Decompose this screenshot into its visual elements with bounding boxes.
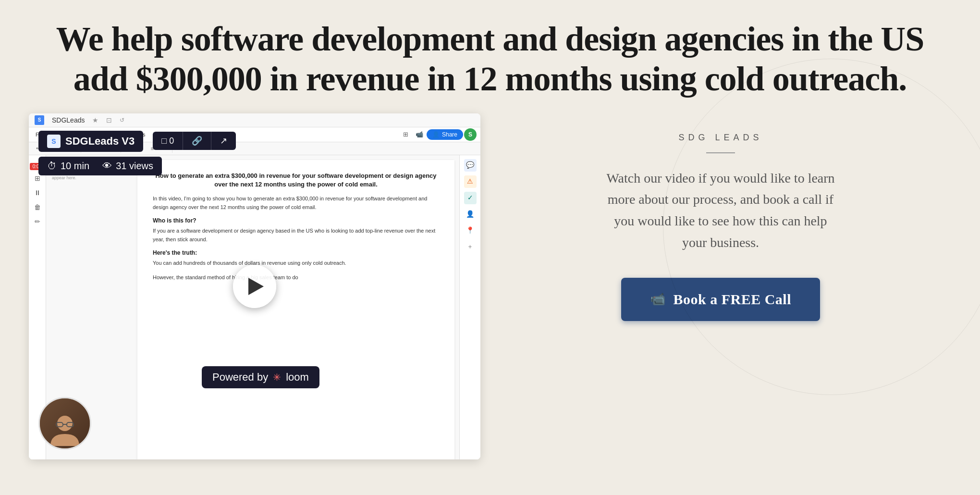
right-panel-desc: Watch our video if you would like to lea… bbox=[605, 168, 836, 254]
comment-history-icon[interactable]: ⊞ bbox=[400, 128, 412, 141]
section2-body: You can add hundreds of thousands of dol… bbox=[153, 259, 439, 268]
gdocs-history-icon: ↺ bbox=[120, 117, 124, 124]
gdocs-toolbar-icons: ⊞ 📹 👤 Share S bbox=[400, 128, 477, 141]
section2-title: Here's the truth: bbox=[153, 249, 439, 256]
gdocs-tabbar: S SDGLeads ★ ⊡ ↺ bbox=[29, 113, 480, 127]
section3-body: However, the standard method of hiring a… bbox=[153, 273, 439, 282]
action-share[interactable]: ↗ bbox=[211, 132, 236, 150]
stats-badge: ⏱ 10 min 👁 31 views bbox=[38, 157, 162, 175]
share-icon: 👤 bbox=[432, 131, 440, 138]
action-link[interactable]: 🔗 bbox=[183, 132, 211, 150]
doc-toolbar-right: 💬 ⚠ ✓ 👤 📍 + bbox=[459, 155, 480, 459]
stats-bar: ⏱ 10 min 👁 31 views bbox=[38, 157, 162, 175]
loom-brand-text: loom bbox=[286, 371, 309, 384]
brand-name: SDG LEADS bbox=[678, 133, 762, 143]
brand-divider bbox=[706, 152, 735, 153]
toolbar-location-icon[interactable]: 📍 bbox=[464, 224, 477, 237]
title-badge-icon: S bbox=[47, 135, 61, 148]
toolbar-check-icon[interactable]: ✓ bbox=[464, 192, 477, 204]
gdocs-star-icon: ★ bbox=[92, 116, 98, 124]
page-wrapper: We help software development and design … bbox=[0, 0, 980, 495]
loom-titlebar: S SDGLeads V3 □ 0 🔗 ↗ bbox=[38, 131, 236, 152]
play-overlay[interactable] bbox=[233, 265, 276, 308]
share-button[interactable]: 👤 Share bbox=[427, 129, 463, 140]
loom-container: S SDGLeads ★ ⊡ ↺ File Edit View Insert F… bbox=[29, 113, 480, 459]
gdocs-move-icon: ⊡ bbox=[106, 116, 112, 124]
doc-intro: In this video, I'm going to show you how… bbox=[153, 195, 439, 211]
clock-icon: ⏱ bbox=[47, 161, 57, 172]
book-call-button[interactable]: 📹 Book a FREE Call bbox=[621, 278, 820, 321]
meet-icon[interactable]: 📹 bbox=[413, 128, 426, 141]
hero-heading: We help software development and design … bbox=[0, 0, 980, 113]
views-value: 31 views bbox=[116, 161, 153, 172]
main-content: S SDGLeads ★ ⊡ ↺ File Edit View Insert F… bbox=[0, 113, 980, 495]
sidebar-icon-pencil[interactable]: ✏ bbox=[32, 216, 43, 228]
toolbar-chat-icon[interactable]: 💬 bbox=[464, 159, 477, 172]
doc-page: How to generate an extra $300,000 in rev… bbox=[137, 160, 454, 459]
play-triangle-icon bbox=[248, 278, 264, 295]
toolbar-warning-icon[interactable]: ⚠ bbox=[464, 175, 477, 188]
sidebar-icon-pause[interactable]: ⏸ bbox=[32, 187, 43, 199]
section1-title: Who is this for? bbox=[153, 217, 439, 224]
toolbar-person-icon[interactable]: 👤 bbox=[464, 208, 477, 221]
video-panel: S SDGLeads ★ ⊡ ↺ File Edit View Insert F… bbox=[29, 113, 490, 459]
powered-by-loom: Powered by ✳ loom bbox=[202, 366, 319, 388]
toolbar-plus-icon[interactable]: + bbox=[464, 241, 477, 253]
book-call-label: Book a FREE Call bbox=[673, 291, 791, 308]
avatar-person bbox=[40, 398, 90, 448]
gdocs-doc-icon: S bbox=[35, 115, 44, 125]
gdocs-filename: SDGLeads bbox=[52, 116, 85, 124]
powered-by-text: Powered by bbox=[212, 371, 268, 384]
share-label: Share bbox=[442, 131, 457, 138]
play-button[interactable] bbox=[233, 265, 276, 308]
right-panel: SDG LEADS Watch our video if you would l… bbox=[490, 113, 951, 340]
time-value: 10 min bbox=[61, 161, 89, 172]
title-badge: S SDGLeads V3 bbox=[38, 131, 143, 152]
user-avatar[interactable]: S bbox=[464, 128, 477, 141]
loom-star-icon: ✳ bbox=[273, 371, 281, 383]
sidebar-icon-delete[interactable]: 🗑 bbox=[32, 202, 43, 213]
action-bar: □ 0 🔗 ↗ bbox=[153, 132, 236, 150]
doc-page-title: How to generate an extra $300,000 in rev… bbox=[153, 172, 439, 189]
camera-icon: 📹 bbox=[650, 292, 666, 307]
title-badge-text: SDGLeads V3 bbox=[65, 135, 135, 148]
svg-point-0 bbox=[57, 416, 73, 431]
eye-icon: 👁 bbox=[102, 161, 112, 172]
section1-body: If you are a software development or des… bbox=[153, 227, 439, 244]
action-comment[interactable]: □ 0 bbox=[153, 132, 183, 150]
avatar-circle bbox=[38, 397, 91, 450]
